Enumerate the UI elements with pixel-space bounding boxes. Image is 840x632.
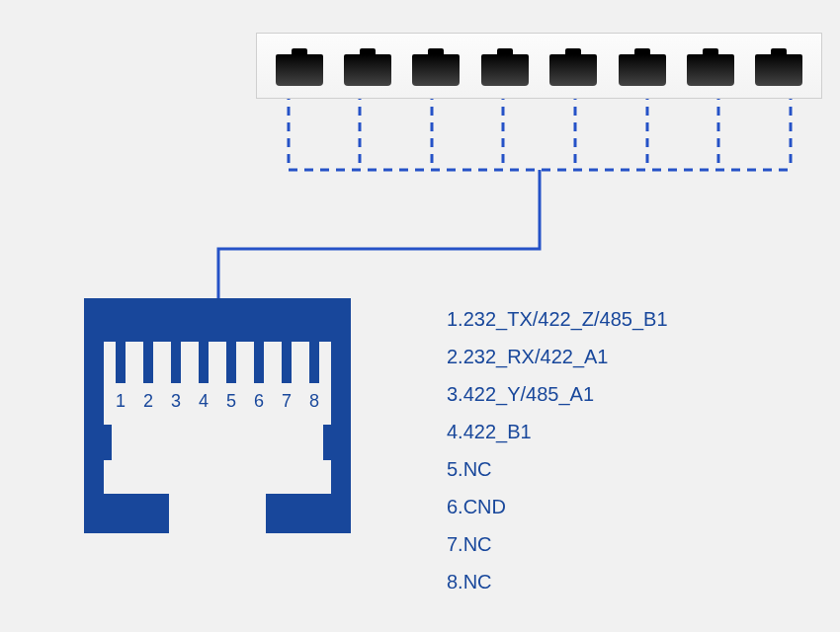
jack-pin-numbers: 1 2 3 4 5 6 7 8	[106, 391, 329, 412]
rj45-port-icon	[481, 48, 529, 86]
rj45-port-icon	[755, 48, 802, 86]
rj45-jack-icon: 1 2 3 4 5 6 7 8	[84, 298, 351, 533]
diagram-stage: 1 2 3 4 5 6 7 8 1.232_TX/422_Z/485_B1 2.…	[0, 0, 840, 632]
pin-number: 4	[199, 391, 209, 412]
rj45-port-icon	[619, 48, 666, 86]
pin-number: 8	[309, 391, 319, 412]
rj45-port-icon	[412, 48, 460, 86]
pin-number: 3	[171, 391, 181, 412]
rj45-port-strip	[256, 33, 822, 99]
pinout-row: 3.422_Y/485_A1	[447, 375, 668, 413]
rj45-port-icon	[687, 48, 734, 86]
pinout-row: 1.232_TX/422_Z/485_B1	[447, 300, 668, 338]
rj45-port-icon	[549, 48, 597, 86]
pinout-legend: 1.232_TX/422_Z/485_B1 2.232_RX/422_A1 3.…	[447, 300, 668, 600]
pin-number: 2	[143, 391, 153, 412]
pin-number: 1	[116, 391, 126, 412]
rj45-port-icon	[344, 48, 391, 86]
pin-number: 5	[226, 391, 236, 412]
pinout-row: 8.NC	[447, 563, 668, 600]
rj45-port-icon	[276, 48, 323, 86]
pinout-row: 7.NC	[447, 525, 668, 563]
jack-pins	[106, 342, 329, 387]
pin-number: 6	[254, 391, 264, 412]
pinout-row: 4.422_B1	[447, 413, 668, 450]
pinout-row: 6.CND	[447, 488, 668, 525]
pinout-row: 2.232_RX/422_A1	[447, 338, 668, 375]
pin-number: 7	[282, 391, 292, 412]
pinout-row: 5.NC	[447, 450, 668, 488]
